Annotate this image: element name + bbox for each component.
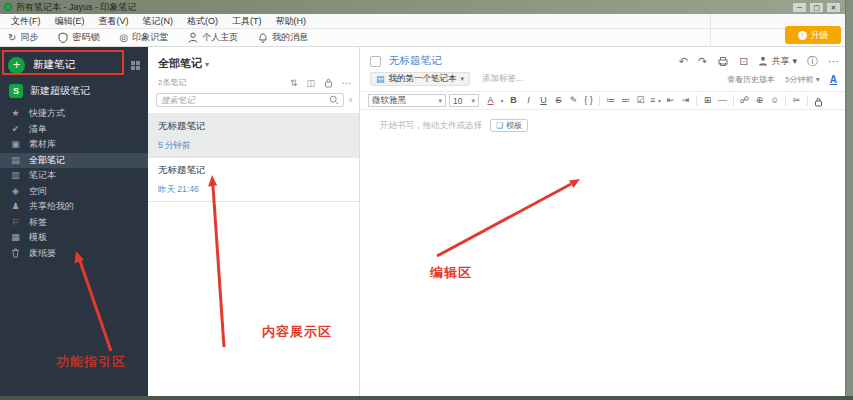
menu-bar: 文件(F) 编辑(E) 查看(V) 笔记(N) 格式(O) 工具(T) 帮助(H… (0, 14, 845, 29)
classroom-label: 印象识堂 (132, 31, 168, 44)
note-list-title: 全部笔记 (158, 57, 202, 69)
sidebar-item-spaces[interactable]: ◈ 空间 (0, 184, 148, 200)
indent-button[interactable]: ⇥ (678, 92, 693, 109)
sync-button[interactable]: ↻ 同步 (8, 31, 38, 44)
highlight-pen-button[interactable]: ✎ (566, 92, 581, 109)
sidebar-item-materials[interactable]: ▣ 素材库 (0, 137, 148, 153)
undo-button[interactable]: ↶ (679, 55, 688, 68)
lock-icon[interactable] (324, 78, 333, 88)
print-button[interactable] (717, 56, 729, 67)
encrypt-button[interactable] (811, 94, 826, 107)
sidebar-item-trash[interactable]: 废纸篓 (0, 246, 148, 262)
code-block-button[interactable]: { } (581, 92, 596, 109)
emoji-button[interactable]: ☺ (767, 92, 782, 109)
profile-label: 个人主页 (202, 31, 238, 44)
sidebar-item-templates[interactable]: ▦ 模板 (0, 230, 148, 246)
sort-button[interactable]: ⇅ (290, 78, 298, 88)
password-lock-button[interactable]: 密码锁 (58, 31, 99, 44)
more-button[interactable]: ⋯ (828, 55, 839, 68)
maximize-button[interactable]: ▢ (809, 2, 824, 13)
annotation-label-note-list: 内容展示区 (262, 323, 332, 341)
info-button[interactable]: ⓘ (807, 54, 818, 69)
search-input[interactable] (161, 95, 329, 105)
editor-body[interactable]: 开始书写，拖动文件或选择 ❏ 模板 (360, 110, 845, 132)
template-button[interactable]: ❏ 模板 (490, 119, 528, 132)
note-list-panel: 全部笔记 ▾ 2条笔记 ⇅ ◫ ⋯ ∨ 无标题笔记 (148, 47, 360, 396)
menu-note[interactable]: 笔记(N) (136, 14, 181, 29)
redo-button[interactable]: ↷ (698, 55, 707, 68)
upgrade-icon: ↑ (798, 31, 807, 40)
menu-view[interactable]: 查看(V) (92, 14, 136, 29)
note-list-item[interactable]: 无标题笔记 5 分钟前 (148, 114, 359, 158)
font-size-toggle[interactable]: A (830, 74, 837, 85)
classroom-button[interactable]: ◎ 印象识堂 (119, 31, 168, 44)
annotation-label-sidebar: 功能指引区 (56, 353, 126, 371)
view-switcher-icon[interactable] (131, 61, 140, 70)
note-count: 2条笔记 (158, 77, 186, 88)
sidebar-item-notebooks[interactable]: ▥ 笔记本 (0, 168, 148, 184)
font-family-select[interactable]: 微软雅黑 ▾ (368, 94, 446, 107)
note-list-item[interactable]: 无标题笔记 昨天 21:46 (148, 158, 359, 202)
outdent-button[interactable]: ⇤ (663, 92, 678, 109)
note-timestamp: 5 分钟前 (158, 140, 349, 152)
view-history-link[interactable]: 查看历史版本 (727, 74, 775, 85)
share-button[interactable]: 共享 ▾ (758, 55, 797, 68)
font-color-button[interactable]: A (483, 92, 498, 109)
menu-edit[interactable]: 编辑(E) (48, 14, 92, 29)
profile-button[interactable]: 个人主页 (188, 31, 238, 44)
insert-attachment-button[interactable]: ⊕ (752, 92, 767, 109)
sidebar-item-checklist[interactable]: ✔ 清单 (0, 122, 148, 138)
more-options-button[interactable]: ⋯ (342, 78, 351, 88)
chevron-down-icon: ▾ (792, 56, 797, 66)
last-edited-dropdown[interactable]: 5分钟前 ▾ (785, 74, 820, 85)
sidebar-item-label: 废纸篓 (29, 247, 56, 260)
align-button[interactable]: ≡ ▾ (648, 92, 663, 110)
new-super-note-button[interactable]: S 新建超级笔记 (0, 78, 148, 106)
upgrade-button[interactable]: ↑ 升级 (785, 26, 841, 44)
last-edited-label: 5分钟前 (785, 75, 813, 84)
new-note-button[interactable]: + 新建笔记 (0, 52, 148, 78)
add-tag-button[interactable]: 添加标签... (482, 73, 523, 85)
numbered-list-button[interactable]: ≕ (618, 92, 633, 109)
underline-button[interactable]: U (536, 92, 551, 109)
italic-button[interactable]: I (521, 92, 536, 109)
template-label: 模板 (506, 120, 522, 131)
menu-tools[interactable]: 工具(T) (225, 14, 269, 29)
bold-button[interactable]: B (506, 92, 521, 109)
note-list-header[interactable]: 全部笔记 ▾ (148, 47, 359, 71)
chevron-down-icon: ▾ (205, 60, 209, 69)
todo-checkbox-button[interactable]: ☑ (633, 92, 648, 109)
horizontal-rule-button[interactable]: — (715, 92, 730, 109)
app-logo-icon (4, 3, 12, 11)
sidebar-item-tags[interactable]: ⚐ 标签 (0, 215, 148, 231)
sidebar-item-shortcuts[interactable]: ★ 快捷方式 (0, 106, 148, 122)
chevron-down-icon: ▾ (461, 75, 465, 83)
sidebar-item-shared-with-me[interactable]: ♟ 共享给我的 (0, 199, 148, 215)
sidebar-item-all-notes[interactable]: ▤ 全部笔记 (0, 153, 148, 169)
menu-file[interactable]: 文件(F) (4, 14, 48, 29)
card-view-button[interactable]: ◫ (306, 78, 315, 88)
insert-table-button[interactable]: ⊞ (700, 92, 715, 109)
note-title-input[interactable]: 无标题笔记 (389, 54, 442, 68)
bell-icon (258, 32, 268, 43)
insert-link-button[interactable]: ☍ (737, 92, 752, 109)
password-lock-label: 密码锁 (72, 31, 99, 44)
minimize-button[interactable]: ─ (792, 2, 807, 13)
strikethrough-button[interactable]: S (551, 92, 566, 109)
menu-format[interactable]: 格式(O) (180, 14, 225, 29)
screenshot-button[interactable]: ✂ (789, 92, 804, 109)
archive-icon: ▣ (10, 139, 21, 150)
search-filter-toggle[interactable]: ∨ (348, 96, 353, 104)
close-button[interactable]: ✕ (826, 2, 841, 13)
font-color-chevron[interactable]: ▾ (498, 92, 506, 110)
presentation-button[interactable]: ⊡ (739, 55, 748, 68)
menu-help[interactable]: 帮助(H) (269, 14, 314, 29)
messages-button[interactable]: 我的消息 (258, 31, 308, 44)
note-title: 无标题笔记 (158, 164, 349, 177)
sidebar-item-label: 素材库 (29, 138, 56, 151)
new-note-label: 新建笔记 (33, 58, 75, 72)
bullet-list-button[interactable]: ≔ (603, 92, 618, 109)
font-size-select[interactable]: 10 ▾ (449, 94, 479, 107)
notebook-selector[interactable]: ▤ 我的第一个笔记本 ▾ (370, 72, 470, 86)
notes-icon: ▤ (10, 155, 21, 166)
